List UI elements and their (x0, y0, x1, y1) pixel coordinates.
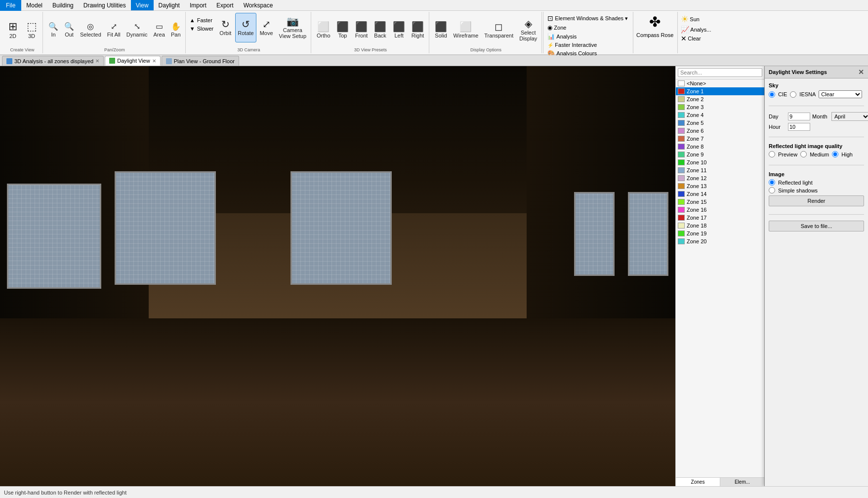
radio-medium[interactable] (800, 151, 807, 157)
tab-3d-analysis[interactable]: 3D Analysis - all zones displayed ✕ (2, 56, 104, 66)
btn-sun[interactable]: ☀ Sun (681, 14, 711, 25)
btn-left[interactable]: ⬛ Left (390, 15, 408, 45)
zone-item-zone-19[interactable]: Zone 19 (676, 230, 764, 237)
zone-label-zone-18: Zone 18 (687, 223, 706, 229)
tab-daylight-view[interactable]: Daylight View ✕ (105, 56, 160, 66)
radio-cie[interactable] (769, 91, 775, 98)
btn-fit-all[interactable]: ⤢ Fit All (105, 15, 123, 45)
render-button[interactable]: Render (769, 195, 864, 206)
btn-slower[interactable]: ▼ Slower (189, 25, 216, 33)
btn-camera-view-setup[interactable]: 📷 CameraView Setup (277, 13, 309, 42)
btn-orbit[interactable]: ↻ Orbit (216, 13, 234, 42)
status-message: Use right-hand button to Render with ref… (4, 490, 126, 496)
btn-solid[interactable]: ⬛ Solid (432, 15, 450, 45)
zone-item-zone-18[interactable]: Zone 18 (676, 222, 764, 230)
btn-zoom-out[interactable]: 🔍 Out (62, 15, 77, 45)
btn-right[interactable]: ⬛ Right (409, 15, 427, 45)
btn-compass-rose[interactable]: ✤ (649, 14, 661, 30)
btn-pan[interactable]: ✋ Pan (168, 15, 183, 45)
zone-item-zone-16[interactable]: Zone 16 (676, 206, 764, 214)
zone-item-zone-1[interactable]: Zone 1 (676, 87, 764, 95)
zone-item-zone-20[interactable]: Zone 20 (676, 237, 764, 245)
menu-file[interactable]: File (0, 0, 21, 11)
radio-iesna[interactable] (790, 91, 796, 98)
zone-item-zone-8[interactable]: Zone 8 (676, 143, 764, 151)
btn-back[interactable]: ⬛ Back (372, 15, 389, 45)
zone-item-zone-6[interactable]: Zone 6 (676, 127, 764, 135)
zone-item-zone-2[interactable]: Zone 2 (676, 95, 764, 103)
menu-drawing-utilities[interactable]: Drawing Utilities (79, 0, 131, 10)
btn-zoom-in[interactable]: 🔍 In (46, 15, 61, 45)
zone-item-zone-5[interactable]: Zone 5 (676, 119, 764, 127)
zone-color-zone-11 (678, 167, 685, 173)
zone-item-zone-3[interactable]: Zone 3 (676, 103, 764, 111)
ortho-icon: ⬜ (317, 22, 330, 32)
menu-model[interactable]: Model (21, 0, 47, 10)
menu-workspace[interactable]: Workspace (239, 0, 278, 10)
btn-wireframe[interactable]: ⬜ Wireframe (451, 15, 481, 45)
btn-rotate[interactable]: ↺ Rotate (235, 13, 256, 42)
btn-3d[interactable]: ⬚ 3D (23, 15, 41, 45)
zone-item-zone-11[interactable]: Zone 11 (676, 166, 764, 174)
window-5 (628, 192, 668, 276)
camera-label: 3D Camera (187, 47, 311, 52)
btn-2d[interactable]: ⊞ 2D (4, 15, 22, 45)
tab-daylight-close[interactable]: ✕ (152, 58, 156, 64)
menu-building[interactable]: Building (47, 0, 79, 10)
tab-plan-view[interactable]: Plan View - Ground Floor (162, 56, 239, 66)
tab-3d-analysis-close[interactable]: ✕ (95, 58, 99, 64)
btn-ortho[interactable]: ⬜ Ortho (314, 15, 333, 45)
analysis-icon: 📊 (547, 33, 555, 40)
btn-analysis[interactable]: 📊 Analysis (546, 33, 629, 40)
zone-item-zone-9[interactable]: Zone 9 (676, 151, 764, 158)
zone-item-zone-14[interactable]: Zone 14 (676, 190, 764, 198)
clear-dropdown[interactable]: Clear Overcast Partly Cloudy (819, 90, 862, 98)
day-input[interactable] (788, 113, 810, 120)
btn-analysis2[interactable]: 📈 Analys... (681, 26, 711, 34)
menu-export[interactable]: Export (211, 0, 239, 10)
btn-move[interactable]: ⤢ Move (257, 13, 276, 42)
radio-shadows[interactable] (769, 187, 775, 193)
btn-select-display[interactable]: ◈ SelectDisplay (517, 15, 539, 45)
btn-faster-interactive[interactable]: ⚡ Faster Interactive (546, 41, 629, 48)
btn-zone[interactable]: ◉ Zone (546, 24, 629, 32)
zone-item-zone-10[interactable]: Zone 10 (676, 158, 764, 166)
zone-color-zone-19 (678, 230, 685, 236)
footer-tab-elem[interactable]: Elem... (720, 478, 764, 486)
tab-daylight-icon (109, 58, 115, 64)
btn-dynamic[interactable]: ⤡ Dynamic (124, 15, 150, 45)
zone-label-zone-3: Zone 3 (687, 104, 703, 110)
menu-daylight[interactable]: Daylight (154, 0, 185, 10)
zone-item-zone-4[interactable]: Zone 4 (676, 111, 764, 119)
sky-label: Sky (769, 82, 864, 88)
zone-item-zone-13[interactable]: Zone 13 (676, 182, 764, 190)
zone-search-input[interactable] (678, 68, 762, 77)
viewport[interactable] (0, 66, 675, 486)
radio-preview[interactable] (769, 151, 775, 157)
orbit-icon: ↻ (221, 19, 230, 29)
zone-item-zone-12[interactable]: Zone 12 (676, 174, 764, 182)
right-icon: ⬛ (412, 22, 424, 32)
radio-reflected[interactable] (769, 179, 775, 186)
btn-top[interactable]: ⬛ Top (334, 15, 352, 45)
month-select[interactable]: JanuaryFebruaryMarch AprilMayJune JulyAu… (831, 112, 868, 121)
btn-transparent[interactable]: ◻ Transparent (482, 15, 516, 45)
hour-label: Hour (769, 124, 786, 130)
footer-tab-zones[interactable]: Zones (676, 478, 720, 486)
zone-item-zone-17[interactable]: Zone 17 (676, 214, 764, 222)
daylight-panel-close[interactable]: ✕ (858, 68, 864, 76)
zone-item-zone-7[interactable]: Zone 7 (676, 135, 764, 143)
zone-item-zone-15[interactable]: Zone 15 (676, 198, 764, 206)
btn-area[interactable]: ▭ Area (151, 15, 167, 45)
zone-none[interactable]: <None> (676, 79, 764, 87)
btn-clear[interactable]: ✕ Clear (681, 35, 711, 42)
btn-selected[interactable]: ◎ Selected (78, 15, 104, 45)
menu-view[interactable]: View (131, 0, 154, 10)
btn-element-windows[interactable]: ⊡ Element Windows & Shades ▾ (546, 14, 629, 23)
radio-high[interactable] (832, 151, 838, 157)
btn-faster[interactable]: ▲ Faster (189, 16, 216, 24)
save-to-file-button[interactable]: Save to file... (769, 221, 864, 231)
hour-input[interactable] (788, 123, 810, 131)
menu-import[interactable]: Import (185, 0, 211, 10)
btn-front[interactable]: ⬛ Front (353, 15, 371, 45)
